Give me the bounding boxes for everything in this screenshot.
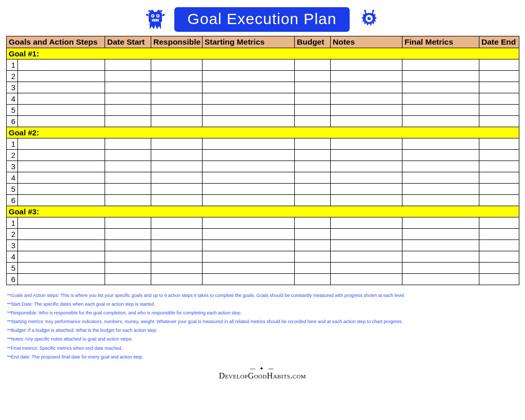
svg-point-14 <box>368 17 371 21</box>
monster-right-icon <box>359 9 379 30</box>
col-responsible: Responsible <box>151 36 203 48</box>
table-row: 1 <box>7 217 519 229</box>
row-number: 1 <box>7 59 18 71</box>
col-notes: Notes <box>331 36 402 48</box>
row-number: 3 <box>7 161 18 172</box>
table-row: 5 <box>7 184 519 195</box>
row-number: 3 <box>7 82 18 93</box>
table-row: 4 <box>7 251 519 263</box>
table-row: 4 <box>7 93 519 105</box>
row-number: 1 <box>7 138 18 150</box>
table-row: 1 <box>7 138 519 150</box>
title-row: Goal Execution Plan <box>6 7 519 32</box>
svg-point-15 <box>370 17 371 18</box>
goal-label: Goal #3: <box>7 206 519 217</box>
row-number: 1 <box>7 217 18 229</box>
table-row: 2 <box>7 229 519 240</box>
goal-header: Goal #1: <box>7 48 519 59</box>
table-row: 2 <box>7 150 519 161</box>
legend-item: **Notes: Any specific notes attached to … <box>7 335 519 344</box>
goal-header: Goal #2: <box>7 127 519 138</box>
legend-item: **Goals and Action steps: This is where … <box>7 291 519 300</box>
goal-label: Goal #2: <box>7 127 519 138</box>
plan-table: Goals and Action Steps Date Start Respon… <box>6 36 519 285</box>
row-number: 4 <box>7 251 18 263</box>
col-date-start: Date Start <box>105 36 151 48</box>
header-row: Goals and Action Steps Date Start Respon… <box>7 36 519 48</box>
table-row: 6 <box>7 116 519 127</box>
svg-point-4 <box>157 15 158 17</box>
row-number: 5 <box>7 184 18 195</box>
goal-header: Goal #3: <box>7 206 519 217</box>
page-title: Goal Execution Plan <box>174 7 350 32</box>
row-number: 5 <box>7 263 18 274</box>
page: Goal Execution Plan Goals <box>0 0 525 386</box>
table-row: 3 <box>7 161 519 172</box>
legend-item: **Final metrics: Specific metrics when e… <box>7 344 519 353</box>
svg-point-12 <box>372 10 374 12</box>
table-row: 5 <box>7 263 519 274</box>
svg-point-3 <box>152 15 153 17</box>
legend: **Goals and Action steps: This is where … <box>6 290 519 362</box>
col-goals: Goals and Action Steps <box>7 36 105 48</box>
row-number: 2 <box>7 229 18 240</box>
row-number: 5 <box>7 105 18 116</box>
table-row: 3 <box>7 82 519 93</box>
col-budget: Budget <box>295 36 331 48</box>
col-date-end: Date End <box>479 36 519 48</box>
legend-item: **End date: The proposed final date for … <box>7 353 519 362</box>
goal-label: Goal #1: <box>7 48 519 59</box>
footer: — ✦ — DevelopGoodHabits.com <box>6 366 519 381</box>
legend-item: **Start Date: The specific dates when ea… <box>7 300 519 309</box>
legend-item: **Budget: If a budget is attached. What … <box>7 326 519 335</box>
legend-item: **Responsible: Who is responsible for th… <box>7 309 519 317</box>
col-starting-metrics: Starting Metrics <box>203 36 295 48</box>
row-number: 4 <box>7 172 18 184</box>
col-final-metrics: Final Metrics <box>402 36 479 48</box>
table-row: 6 <box>7 195 519 206</box>
monster-left-icon <box>146 9 165 30</box>
row-number: 3 <box>7 240 18 251</box>
table-row: 1 <box>7 59 519 71</box>
footer-divider-icon: — ✦ — <box>6 366 519 371</box>
svg-point-11 <box>364 10 366 12</box>
table-row: 3 <box>7 240 519 251</box>
row-number: 2 <box>7 71 18 82</box>
row-number: 2 <box>7 150 18 161</box>
row-number: 4 <box>7 93 18 105</box>
row-number: 6 <box>7 195 18 206</box>
row-number: 6 <box>7 116 18 127</box>
table-row: 2 <box>7 71 519 82</box>
table-row: 5 <box>7 105 519 116</box>
table-row: 4 <box>7 172 519 184</box>
footer-brand: DevelopGoodHabits.com <box>6 371 519 381</box>
row-number: 6 <box>7 274 18 285</box>
table-row: 6 <box>7 274 519 285</box>
legend-item: **Starting metrics: Key performance indi… <box>7 317 519 326</box>
